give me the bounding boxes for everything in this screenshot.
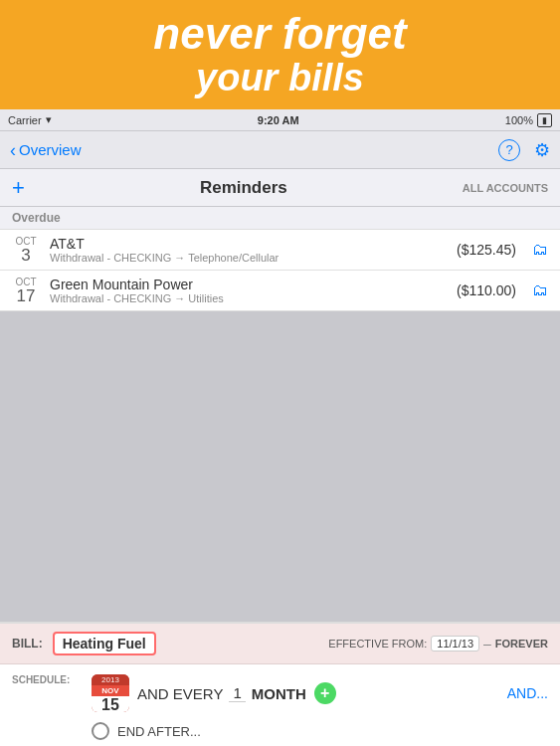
status-carrier: Carrier ▾ — [8, 113, 52, 126]
reminder-row[interactable]: OCT 3 AT&T Withdrawal - CHECKING → Telep… — [0, 230, 560, 271]
effective-date[interactable]: 11/1/13 — [431, 636, 479, 652]
bill-name-badge[interactable]: Heating Fuel — [53, 632, 156, 655]
reminders-title: Reminders — [200, 178, 287, 198]
folder-icon: 🗂 — [532, 241, 548, 259]
end-after-label: END AFTER... — [117, 724, 201, 739]
back-label: Overview — [19, 141, 82, 158]
bill-label: BILL: — [12, 637, 43, 651]
overdue-label: Overdue — [12, 211, 61, 225]
reminder-amount: ($125.45) — [457, 242, 516, 258]
overdue-section-header: Overdue — [0, 207, 560, 230]
all-accounts-label: ALL ACCOUNTS — [463, 182, 548, 194]
and-dots-label: AND... — [507, 685, 548, 701]
every-num[interactable]: 1 — [229, 684, 245, 702]
reminders-header: + Reminders ALL ACCOUNTS — [0, 169, 560, 207]
reminder-name: Green Mountain Power — [50, 277, 447, 292]
cal-year: 2013 — [92, 674, 129, 685]
schedule-label: SCHEDULE: — [12, 670, 92, 685]
settings-icon[interactable]: ⚙ — [534, 139, 550, 161]
schedule-text: AND EVERY 1 MONTH — [137, 684, 306, 702]
reminder-sub: Withdrawal - CHECKING → Utilities — [50, 292, 447, 304]
end-after-row: END AFTER... — [92, 716, 548, 742]
banner: never forget your bills — [0, 0, 560, 109]
chevron-left-icon: ‹ — [10, 141, 16, 159]
nav-bar: ‹ Overview ? ⚙ — [0, 131, 560, 169]
reminder-info: Green Mountain Power Withdrawal - CHECKI… — [50, 277, 447, 304]
battery-icon: ▮ — [537, 113, 552, 127]
separator: – — [483, 636, 491, 652]
bill-modal: BILL: Heating Fuel EFFECTIVE FROM: 11/1/… — [0, 622, 560, 746]
cal-day: 15 — [92, 696, 129, 712]
reminder-name: AT&T — [50, 236, 447, 252]
effective-from: EFFECTIVE FROM: 11/1/13 – FOREVER — [328, 636, 548, 652]
effective-from-label: EFFECTIVE FROM: — [328, 638, 427, 650]
freq-label: MONTH — [252, 685, 306, 702]
schedule-row: SCHEDULE: 2013 NOV 15 AND EVERY 1 MONTH … — [0, 664, 560, 746]
cal-schedule: 2013 NOV 15 AND EVERY 1 MONTH + AND... — [92, 670, 548, 716]
folder-icon: 🗂 — [532, 281, 548, 299]
nav-right-icons: ? ⚙ — [498, 139, 550, 161]
reminder-sub: Withdrawal - CHECKING → Telephone/Cellul… — [50, 252, 447, 264]
reminder-info: AT&T Withdrawal - CHECKING → Telephone/C… — [50, 236, 447, 264]
reminder-row[interactable]: OCT 17 Green Mountain Power Withdrawal -… — [0, 271, 560, 311]
cal-month: NOV — [92, 685, 129, 696]
add-reminder-button[interactable]: + — [12, 175, 25, 201]
schedule-content: 2013 NOV 15 AND EVERY 1 MONTH + AND... E… — [92, 670, 548, 746]
reminder-day: 17 — [17, 287, 36, 304]
battery-text: 100% — [505, 114, 533, 126]
carrier-text: Carrier — [8, 114, 42, 126]
calendar-icon: 2013 NOV 15 — [92, 674, 129, 712]
and-more-button[interactable]: AND... — [507, 685, 548, 701]
reminder-date: OCT 17 — [12, 277, 40, 304]
include-reminders-row: INCLUDE IN REMINDERS — [92, 742, 548, 746]
reminder-date: OCT 3 — [12, 236, 40, 264]
forever-label: FOREVER — [495, 638, 548, 650]
status-time: 9:20 AM — [258, 114, 299, 126]
and-every-label: AND EVERY — [137, 685, 223, 702]
reminder-day: 3 — [21, 247, 30, 264]
reminder-amount: ($110.00) — [457, 282, 516, 298]
banner-line2: your bills — [196, 58, 364, 99]
status-battery: 100% ▮ — [505, 113, 552, 127]
end-after-radio[interactable] — [92, 722, 109, 740]
bill-header: BILL: Heating Fuel EFFECTIVE FROM: 11/1/… — [0, 624, 560, 664]
back-button[interactable]: ‹ Overview — [10, 141, 82, 159]
wifi-icon: ▾ — [46, 113, 52, 126]
add-schedule-button[interactable]: + — [314, 682, 336, 704]
help-icon[interactable]: ? — [498, 139, 520, 161]
status-bar: Carrier ▾ 9:20 AM 100% ▮ — [0, 109, 560, 131]
banner-line1: never forget — [153, 10, 406, 58]
